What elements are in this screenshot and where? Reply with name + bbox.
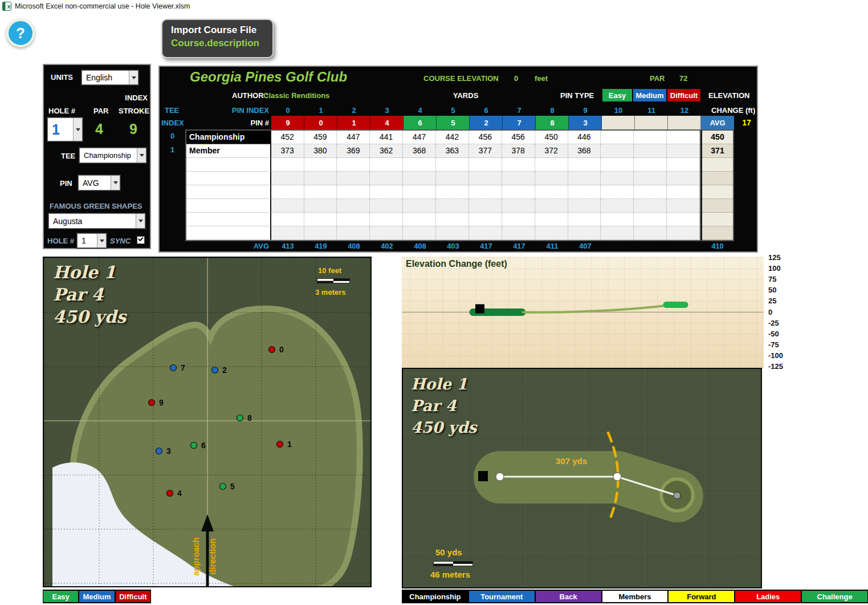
pin-dropdown[interactable]: AVG (78, 175, 120, 190)
yardage-cell (337, 199, 370, 213)
yardage-cell (601, 226, 634, 240)
avg-cell (702, 226, 733, 240)
famous-green-dropdown[interactable]: Augusta (48, 213, 145, 229)
elevation-tick--125: -125 (768, 362, 792, 371)
yardage-cell (667, 158, 700, 172)
pin-type-chip-medium: Medium (633, 89, 666, 101)
svg-text:8: 8 (247, 413, 252, 423)
yardage-cell (337, 213, 370, 226)
yardage-cell: 372 (535, 144, 568, 158)
tee-legend: ChampionshipTournamentBackMembersForward… (402, 590, 868, 603)
excel-icon: x (2, 2, 11, 11)
tee-legend-tournament: Tournament (468, 590, 535, 603)
famous-hole-dropdown[interactable]: 1 (77, 233, 107, 248)
help-button[interactable]: ? (6, 19, 35, 47)
footer-average-value: 419 (304, 242, 337, 250)
yardage-cell (370, 226, 403, 240)
chevron-down-icon[interactable] (111, 176, 120, 190)
elevation-tick--25: -25 (768, 319, 792, 327)
elevation-tick-125: 125 (768, 253, 792, 262)
stroke-label: STROKE (119, 107, 149, 115)
pin-index-col-4: 4 (404, 106, 437, 115)
green-map-yards-title: 450 yds (53, 306, 126, 328)
yardage-cell (601, 131, 634, 144)
hole-number-dropdown[interactable]: 1 (47, 117, 83, 141)
tee-row-name-empty[interactable] (186, 158, 271, 172)
sync-checkbox[interactable] (137, 236, 145, 244)
chevron-down-icon[interactable] (129, 71, 138, 84)
yardage-cell (601, 172, 634, 185)
pin-value: AVG (83, 178, 99, 188)
tee-row-name-empty[interactable] (186, 185, 271, 199)
green-map-hole-title: Hole 1 (53, 261, 126, 283)
yardage-cell (271, 226, 304, 240)
yardage-grid: Championship4524594474414474424564564504… (185, 129, 701, 241)
tee-row-name-empty[interactable] (186, 226, 271, 240)
yardage-cell (304, 213, 337, 226)
yardage-cell: 456 (469, 131, 502, 144)
green-map: approach direction 0123456789 Hole 1 Par… (43, 257, 372, 587)
tee-row-name-championship[interactable]: Championship (186, 131, 271, 144)
yardage-cell (304, 199, 337, 213)
pin-index-col-8: 8 (536, 106, 569, 115)
yardage-cell (667, 226, 700, 240)
tee-index: 0 (160, 129, 185, 143)
elevation-label: ELEVATION (708, 91, 749, 100)
footer-overall-average: 410 (701, 242, 734, 250)
tee-dropdown[interactable]: Championship (79, 148, 146, 163)
import-course-button[interactable]: Import Course File Course.description (161, 19, 274, 58)
pin-index-col-9: 9 (569, 106, 602, 115)
tee-label: TEE (61, 152, 75, 160)
footer-average-value: 411 (536, 242, 569, 250)
tee-point (496, 473, 504, 481)
yardage-cell (502, 158, 535, 172)
chevron-down-icon[interactable] (97, 234, 106, 247)
yardage-cell (535, 158, 568, 172)
pin-number-cell-8: 8 (536, 116, 569, 129)
yardage-cell: 369 (337, 144, 370, 158)
table-row (186, 213, 700, 226)
chevron-down-icon[interactable] (73, 118, 82, 141)
footer-average-value: 417 (470, 242, 503, 250)
course-elevation-unit: feet (535, 74, 548, 83)
tee-header-label: TEE (165, 106, 179, 115)
yardage-cell (403, 172, 436, 185)
yardage-cell (469, 158, 502, 172)
units-dropdown[interactable]: English (81, 70, 138, 85)
yardage-cell (535, 172, 568, 185)
elevation-chart-canvas (402, 257, 764, 368)
yardage-cell (601, 213, 634, 226)
chevron-down-icon[interactable] (136, 214, 145, 228)
yardage-cell (667, 213, 700, 226)
yardage-cell (271, 213, 304, 226)
pin-number-cell-3: 3 (569, 116, 602, 129)
index-label: INDEX (123, 94, 148, 102)
yardage-cell: 441 (370, 131, 403, 144)
tee-row-name-member[interactable]: Member (186, 144, 271, 158)
yardage-cell (634, 172, 667, 185)
yardage-cell (403, 185, 436, 199)
pin-index-col-0: 0 (271, 106, 304, 115)
yardage-cell (502, 226, 535, 240)
elevation-tick-50: 50 (768, 286, 792, 294)
drive-distance-label: 307 yds (556, 456, 587, 466)
table-row (186, 172, 700, 185)
hole-map-hole-title: Hole 1 (411, 373, 477, 395)
yardage-cell: 363 (436, 144, 469, 158)
yardage-cell (370, 158, 403, 172)
pin-type-chip-difficult: Difficult (667, 89, 700, 101)
yardage-cell: 447 (337, 131, 370, 144)
scale-bar (317, 278, 350, 283)
tee-row-name-empty[interactable] (186, 199, 271, 213)
pin-index-col-1: 1 (304, 106, 337, 115)
tee-row-name-empty[interactable] (186, 172, 271, 185)
tee-marker (475, 304, 484, 314)
tee-row-name-empty[interactable] (186, 213, 271, 226)
controls-panel: UNITS English INDEX HOLE # PAR STROKE 1 … (43, 64, 151, 249)
yardage-cell: 446 (568, 131, 601, 144)
pin-index-col-12: 12 (668, 106, 701, 115)
yardage-cell (403, 213, 436, 226)
chevron-down-icon[interactable] (137, 148, 146, 163)
footer-avg-label: AVG (234, 242, 269, 250)
yardage-cell (337, 226, 370, 240)
